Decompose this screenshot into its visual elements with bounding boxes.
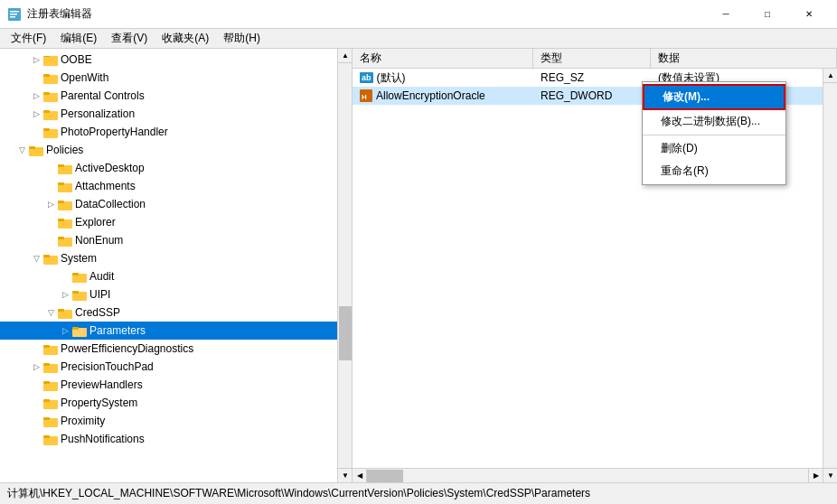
svg-rect-39 [43, 345, 50, 348]
tree-toggle-openwith[interactable]: ▷ [29, 70, 43, 85]
tree-toggle-explorer[interactable]: ▷ [43, 215, 58, 229]
tree-toggle-photoproperty[interactable]: ▷ [29, 125, 43, 139]
svg-rect-35 [58, 309, 64, 312]
hscroll-right-arrow[interactable]: ▶ [808, 469, 823, 483]
folder-icon [43, 397, 58, 409]
svg-rect-37 [72, 327, 79, 330]
tree-toggle-attachments[interactable]: ▷ [43, 179, 58, 193]
svg-rect-17 [30, 148, 42, 149]
close-button[interactable]: ✕ [788, 0, 830, 29]
scroll-thumb[interactable] [339, 306, 352, 360]
menu-favorites[interactable]: 收藏夹(A) [155, 29, 216, 49]
tree-item-datacollection[interactable]: ▷ DataCollection [0, 195, 352, 213]
tree-toggle-activedesktop[interactable]: ▷ [43, 161, 58, 175]
status-path: 计算机\HKEY_LOCAL_MACHINE\SOFTWARE\Microsof… [7, 486, 590, 501]
tree-toggle-uipi[interactable]: ▷ [58, 287, 72, 302]
tree-toggle-policies[interactable]: ▽ [14, 143, 29, 157]
tree-label-policies: Policies [46, 144, 83, 156]
tree-toggle-datacollection[interactable]: ▷ [43, 197, 58, 211]
maximize-button[interactable]: □ [747, 0, 788, 29]
tree-item-oobe[interactable]: ▷ OOBE [0, 51, 352, 69]
tree-item-uipi[interactable]: ▷ UIPI [0, 285, 352, 303]
tree-item-photoproperty[interactable]: ▷ PhotoPropertyHandler [0, 123, 352, 141]
context-menu-modify-binary[interactable]: 修改二进制数据(B)... [643, 110, 785, 133]
folder-icon-open [29, 144, 43, 156]
tree-item-proximity[interactable]: ▷ Proximity [0, 412, 352, 430]
svg-rect-49 [43, 435, 50, 438]
tree-label-attachments: Attachments [75, 180, 136, 192]
app-icon [7, 7, 22, 22]
tree-item-activedesktop[interactable]: ▷ ActiveDesktop [0, 159, 352, 177]
folder-icon [43, 378, 58, 391]
tree-item-propertysystem[interactable]: ▷ PropertySystem [0, 394, 352, 412]
context-menu-delete[interactable]: 删除(D) [643, 137, 785, 160]
tree-item-precisiontouch[interactable]: ▷ PrecisionTouchPad [0, 358, 352, 376]
folder-icon [58, 216, 72, 229]
tree-item-pushnotifications[interactable]: ▷ PushNotifications [0, 430, 352, 448]
tree-toggle-propertysystem[interactable]: ▷ [29, 396, 43, 410]
row-default-name: ab (默认) [353, 70, 533, 86]
menu-edit[interactable]: 编辑(E) [53, 29, 104, 49]
tree-toggle-oobe[interactable]: ▷ [29, 52, 43, 67]
row-default-type: REG_SZ [533, 71, 651, 84]
svg-rect-10 [43, 92, 50, 95]
menu-help[interactable]: 帮助(H) [216, 29, 268, 49]
svg-rect-1 [10, 11, 19, 13]
tree-item-audit[interactable]: ▷ Audit [0, 267, 352, 285]
tree-toggle-precisiontouch[interactable]: ▷ [29, 359, 43, 374]
context-menu-modify[interactable]: 修改(M)... [643, 84, 785, 110]
vscroll-down-arrow[interactable]: ▼ [823, 468, 837, 482]
tree-toggle-personalization[interactable]: ▷ [29, 107, 43, 121]
tree-toggle-audit[interactable]: ▷ [58, 269, 72, 284]
tree-item-policies[interactable]: ▽ Policies [0, 141, 352, 159]
tree-item-attachments[interactable]: ▷ Attachments [0, 177, 352, 195]
tree-toggle-parental[interactable]: ▷ [29, 89, 43, 103]
folder-icon [72, 288, 87, 301]
menu-view[interactable]: 查看(V) [104, 29, 155, 49]
tree-toggle-nonenum[interactable]: ▷ [43, 233, 58, 247]
scroll-down-arrow[interactable]: ▼ [338, 468, 352, 482]
vscroll-up-arrow[interactable]: ▲ [823, 69, 837, 83]
tree-label-photoproperty: PhotoPropertyHandler [61, 126, 168, 138]
minimize-button[interactable]: ─ [705, 0, 747, 29]
tree-toggle-parameters[interactable]: ▷ [58, 323, 72, 338]
column-header-type: 类型 [533, 49, 651, 68]
title-bar: 注册表编辑器 ─ □ ✕ [0, 0, 837, 29]
context-menu-rename[interactable]: 重命名(R) [643, 160, 785, 182]
tree-toggle-pushnotifications[interactable]: ▷ [29, 432, 43, 446]
tree-item-explorer[interactable]: ▷ Explorer [0, 213, 352, 231]
hscroll-thumb[interactable] [367, 470, 403, 482]
tree-item-nonenum[interactable]: ▷ NonEnum [0, 231, 352, 249]
tree-item-powereff[interactable]: ▷ PowerEfficiencyDiagnostics [0, 340, 352, 358]
scroll-up-arrow[interactable]: ▲ [338, 49, 352, 63]
reg-icon-ab: ab [360, 72, 373, 83]
tree-toggle-credssp[interactable]: ▽ [43, 305, 58, 320]
tree-item-parameters[interactable]: ▷ Parameters [0, 322, 352, 340]
folder-icon [58, 162, 72, 174]
tree-item-openwith[interactable]: ▷ OpenWith [0, 69, 352, 87]
window-title: 注册表编辑器 [27, 6, 705, 22]
tree-item-personalization[interactable]: ▷ Personalization [0, 105, 352, 123]
tree-toggle-powereff[interactable]: ▷ [29, 341, 43, 356]
tree-item-credssp[interactable]: ▽ CredSSP [0, 303, 352, 322]
tree-label-parameters: Parameters [89, 324, 146, 337]
svg-rect-6 [43, 57, 58, 66]
menu-file[interactable]: 文件(F) [4, 29, 53, 49]
right-vscrollbar[interactable]: ▲ ▼ [823, 69, 837, 482]
tree-toggle-system[interactable]: ▽ [29, 251, 43, 266]
svg-rect-29 [43, 255, 50, 257]
main-content: ▷ OOBE ▷ OpenWith ▷ Parental Controls [0, 49, 837, 482]
tree-item-previewhandlers[interactable]: ▷ PreviewHandlers [0, 376, 352, 394]
hscroll-left-arrow[interactable]: ◀ [353, 469, 367, 483]
folder-icon [43, 107, 58, 120]
svg-rect-25 [58, 219, 64, 221]
tree-item-parental[interactable]: ▷ Parental Controls [0, 87, 352, 105]
tree-label-powereff: PowerEfficiencyDiagnostics [61, 342, 193, 355]
right-hscrollbar[interactable]: ◀ ▶ [353, 468, 823, 482]
svg-rect-23 [58, 201, 64, 203]
tree-toggle-proximity[interactable]: ▷ [29, 414, 43, 428]
tree-toggle-previewhandlers[interactable]: ▷ [29, 378, 43, 392]
tree-scrollbar[interactable]: ▲ ▼ [337, 49, 352, 482]
tree-item-system[interactable]: ▽ System [0, 249, 352, 267]
folder-icon [43, 89, 58, 102]
